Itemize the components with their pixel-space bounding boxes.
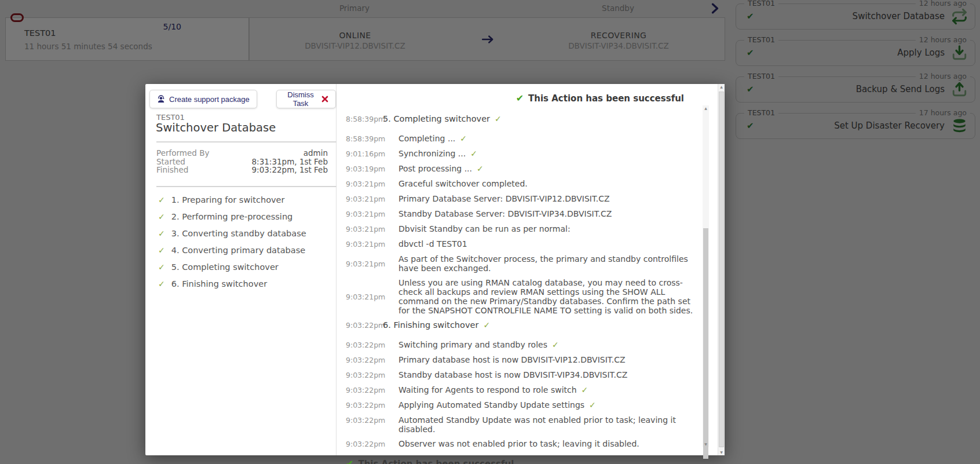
log-row: 9:03:22pm 6. Finishing switchover✓ — [346, 320, 704, 330]
detail-label: Finished — [156, 166, 188, 174]
log-row: 9:03:21pm Unless you are using RMAN cata… — [346, 278, 704, 315]
log-timestamp: 9:03:19pm — [346, 164, 383, 174]
create-support-package-label: Create support package — [169, 95, 250, 104]
log-message: Observer was not enabled prior to task; … — [398, 439, 639, 448]
log-check-icon: ✓ — [460, 134, 467, 143]
log-check-icon: ✓ — [483, 320, 490, 330]
status-banner-text: This Action has been successful — [528, 93, 684, 104]
detail-label: Performed By — [156, 149, 209, 158]
log-row: 9:03:21pm As part of the Switchover proc… — [346, 254, 704, 273]
log-message: dbvctl -d TEST01 — [398, 239, 467, 249]
log-timestamp: 9:03:22pm — [346, 415, 383, 425]
scroll-up-icon[interactable]: ▲ — [703, 106, 709, 111]
detail-value: 9:03:22pm, 1st Feb — [252, 166, 328, 174]
log-message: Synchronizing ... — [398, 149, 466, 158]
log-timestamp: 9:03:21pm — [346, 239, 383, 249]
log-footer-text: This Action has been successful — [358, 459, 514, 464]
step-label: 6. Finishing switchover — [171, 279, 267, 288]
step-label: 1. Preparing for switchover — [171, 195, 285, 204]
log-message: Primary Database Server: DBVISIT-VIP12.D… — [398, 194, 610, 203]
detail-value: admin — [303, 149, 328, 158]
task-step: ✓ 5. Completing switchover — [158, 262, 306, 279]
status-banner: ✔ This Action has been successful — [516, 93, 684, 104]
log-message: Standby Database Server: DBVISIT-VIP34.D… — [398, 209, 612, 218]
scrollbar-thumb[interactable] — [703, 228, 708, 459]
log-timestamp: 9:03:21pm — [346, 194, 383, 204]
log-row: 9:03:21pm Graceful switchover completed.… — [346, 179, 704, 189]
task-details: Performed By admin Started 8:31:31pm, 1s… — [156, 149, 328, 174]
log-timestamp: 9:03:22pm — [346, 385, 383, 395]
divider — [156, 141, 337, 143]
success-check-icon: ✔ — [516, 93, 524, 104]
log-timestamp: 9:03:22pm — [346, 400, 383, 410]
divider — [156, 186, 337, 187]
task-steps-list: ✓ 1. Preparing for switchover ✓ 2. Perfo… — [158, 195, 306, 296]
log-row: 9:03:21pm dbvctl -d TEST01✓ — [346, 239, 704, 249]
step-check-icon: ✓ — [158, 229, 165, 238]
log-timestamp: 9:03:22pm — [346, 355, 383, 365]
modal-database-name: TEST01 — [156, 113, 185, 122]
create-support-package-button[interactable]: Create support package — [149, 90, 257, 108]
log-check-icon: ✓ — [552, 340, 559, 349]
log-check-icon: ✓ — [582, 385, 588, 394]
log-scrollbar[interactable]: ▲ ▼ — [703, 105, 709, 447]
task-detail-row: Started 8:31:31pm, 1st Feb — [156, 158, 328, 166]
log-message: Dbvisit Standby can be run as per normal… — [398, 224, 571, 233]
log-row: 9:03:21pm Standby Database Server: DBVIS… — [346, 209, 704, 219]
log-message: Applying Automated Standby Update settin… — [398, 400, 584, 410]
log-row: 9:01:16pm Synchronizing ...✓ — [346, 149, 704, 159]
step-check-icon: ✓ — [158, 195, 165, 204]
scrollbar-thumb[interactable] — [719, 92, 724, 447]
log-timestamp: 9:03:21pm — [346, 179, 383, 189]
step-label: 2. Performing pre-processing — [171, 212, 293, 221]
step-label: 4. Converting primary database — [171, 246, 305, 255]
log-row: 9:03:21pm Dbvisit Standby can be run as … — [346, 224, 704, 234]
log-timestamp: 9:01:16pm — [346, 149, 383, 159]
success-check-icon: ✔ — [346, 458, 353, 464]
dismiss-task-button[interactable]: Dismiss Task — [276, 90, 336, 108]
log-row: 9:03:22pm Switching primary and standby … — [346, 340, 704, 350]
task-detail-modal: Create support package Dismiss Task TEST… — [145, 84, 725, 455]
log-timestamp: 8:58:39pm — [346, 134, 383, 144]
log-row: 9:03:22pm Applying Automated Standby Upd… — [346, 400, 704, 410]
task-detail-row: Finished 9:03:22pm, 1st Feb — [156, 166, 328, 174]
log-message: Switching primary and standby roles — [398, 340, 547, 349]
detail-label: Started — [156, 158, 185, 166]
log-timestamp: 9:03:22pm — [346, 340, 383, 350]
log-timestamp: 9:03:21pm — [346, 224, 383, 234]
log-message: 6. Finishing switchover — [383, 320, 478, 330]
log-message: Automated Standby Update was not enabled… — [398, 415, 676, 434]
log-message: Graceful switchover completed. — [398, 179, 528, 188]
task-summary-panel: Create support package Dismiss Task TEST… — [145, 84, 337, 455]
log-footer-banner: ✔ This Action has been successful — [346, 458, 704, 464]
log-row: 9:03:21pm Primary Database Server: DBVIS… — [346, 194, 704, 204]
step-check-icon: ✓ — [158, 262, 165, 272]
log-row: 9:03:22pm Waiting for Agents to respond … — [346, 385, 704, 395]
log-message: 5. Completing switchover — [383, 114, 490, 123]
task-step: ✓ 3. Converting standby database — [158, 229, 306, 246]
scroll-up-icon[interactable]: ▲ — [718, 85, 725, 89]
log-timestamp: 9:03:22pm — [346, 439, 383, 449]
task-log: 8:58:39pm 5. Completing switchover✓ 8:58… — [346, 111, 704, 464]
log-timestamp: 9:03:21pm — [346, 292, 383, 302]
log-row: 8:58:39pm Completing ...✓ — [346, 134, 704, 144]
log-timestamp: 9:03:22pm — [346, 320, 383, 330]
log-timestamp: 9:03:22pm — [346, 370, 383, 380]
scroll-down-icon[interactable]: ▼ — [703, 442, 709, 447]
log-row: 9:03:22pm Standby database host is now D… — [346, 370, 704, 380]
modal-scrollbar[interactable]: ▲ ▼ — [718, 84, 725, 455]
log-message: As part of the Switchover process, the p… — [398, 254, 688, 273]
log-timestamp: 8:58:39pm — [346, 114, 383, 124]
scroll-down-icon[interactable]: ▼ — [718, 450, 725, 455]
task-step: ✓ 2. Performing pre-processing — [158, 212, 306, 229]
step-check-icon: ✓ — [158, 212, 165, 221]
log-message: Standby database host is now DBVISIT-VIP… — [398, 370, 627, 379]
dismiss-x-icon — [321, 96, 328, 103]
step-label: 3. Converting standby database — [171, 229, 306, 238]
log-message: Unless you are using RMAN catalog databa… — [398, 278, 693, 315]
log-message: Post processing ... — [398, 164, 472, 173]
task-step: ✓ 4. Converting primary database — [158, 246, 306, 262]
log-check-icon: ✓ — [589, 400, 596, 410]
log-check-icon: ✓ — [470, 149, 477, 158]
log-timestamp: 9:03:21pm — [346, 209, 383, 219]
